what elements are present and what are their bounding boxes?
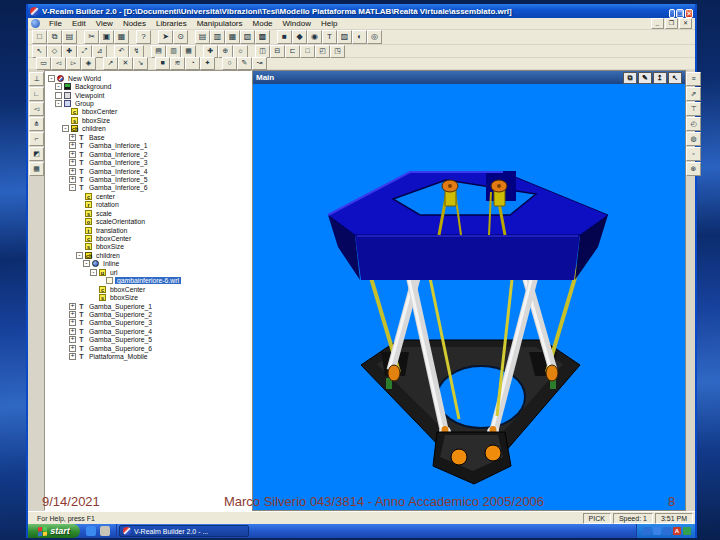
star-button[interactable]: ✦ bbox=[200, 57, 215, 70]
viewport-3d-canvas[interactable] bbox=[253, 84, 685, 510]
land-button[interactable]: ↘ bbox=[133, 57, 148, 70]
layout-quad-button[interactable]: ◰ bbox=[315, 45, 330, 58]
globe-button[interactable]: ⊕ bbox=[218, 45, 233, 58]
stop-button[interactable]: ✕ bbox=[118, 57, 133, 70]
shear-tool-button[interactable]: ⊿ bbox=[92, 45, 107, 58]
app-titlebar[interactable]: V-Realm Builder 2.0 - [D:\Documenti\Univ… bbox=[28, 4, 695, 18]
tree-expander[interactable]: + bbox=[69, 303, 76, 310]
layout-corner-button[interactable]: ◳ bbox=[330, 45, 345, 58]
tree-expander[interactable]: - bbox=[55, 83, 62, 90]
tree-expander[interactable]: - bbox=[48, 75, 55, 82]
viewport-tree-button[interactable]: ⧉ bbox=[623, 72, 637, 84]
tree-item-gamba-inferiore-1[interactable]: +TGamba_Inferiore_1 bbox=[45, 142, 251, 150]
mdi-minimize-button[interactable]: _ bbox=[651, 18, 664, 29]
view-fork-button[interactable]: ⋔ bbox=[29, 117, 44, 131]
tree-item-gamba-inferiore-4[interactable]: +TGamba_Inferiore_4 bbox=[45, 167, 251, 175]
shading-button[interactable]: ◐ bbox=[352, 30, 367, 44]
material-button[interactable]: ■ bbox=[277, 30, 292, 44]
view-iso-button[interactable]: ◩ bbox=[29, 147, 44, 161]
tree-item-background[interactable]: -Background bbox=[45, 82, 251, 90]
tray-icon-3[interactable] bbox=[663, 527, 671, 535]
maximize-button[interactable]: ❐ bbox=[676, 9, 684, 18]
tree-item-gamba-superiore-3[interactable]: +TGamba_Superiore_3 bbox=[45, 319, 251, 327]
cut-button[interactable]: ✂ bbox=[84, 30, 99, 44]
menu-view[interactable]: View bbox=[91, 18, 118, 30]
solid-button[interactable]: ■ bbox=[155, 57, 170, 70]
viewport-pan-button[interactable]: ↥ bbox=[653, 72, 667, 84]
paste-button[interactable]: ▦ bbox=[114, 30, 129, 44]
quicklaunch-desktop-icon[interactable] bbox=[100, 526, 110, 536]
open-button[interactable]: ⧉ bbox=[47, 30, 62, 44]
tree-expander[interactable]: + bbox=[69, 134, 76, 141]
tree-expander[interactable]: + bbox=[69, 345, 76, 352]
tree-item-scaleorientation[interactable]: oscaleOrientation bbox=[45, 217, 251, 225]
layout-split-button[interactable]: ◫ bbox=[255, 45, 270, 58]
mdi-close-button[interactable]: ✕ bbox=[679, 18, 692, 29]
tree-expander[interactable]: + bbox=[69, 151, 76, 158]
tree-item-rotation[interactable]: rrotation bbox=[45, 201, 251, 209]
tree-item-center[interactable]: ccenter bbox=[45, 192, 251, 200]
help-button[interactable]: ? bbox=[136, 30, 151, 44]
tree-item-bboxsize[interactable]: sbboxSize bbox=[45, 116, 251, 124]
tray-language-icon[interactable]: A bbox=[673, 527, 681, 535]
view-grid-small-button[interactable]: ▦ bbox=[29, 162, 44, 176]
texture-button[interactable]: ▨ bbox=[337, 30, 352, 44]
view-bottom-button[interactable]: ⊥ bbox=[29, 72, 44, 86]
rotate-tool-button[interactable]: ◇ bbox=[47, 45, 62, 58]
nav-reset-button[interactable]: ▫ bbox=[686, 147, 701, 161]
copy-button[interactable]: ▣ bbox=[99, 30, 114, 44]
tree-expander[interactable]: + bbox=[69, 142, 76, 149]
view-dense-button[interactable]: ▩ bbox=[255, 30, 270, 44]
tree-item-bboxcenter[interactable]: cbboxCenter bbox=[45, 234, 251, 242]
tree-item-gamba-inferiore-2[interactable]: +TGamba_Inferiore_2 bbox=[45, 150, 251, 158]
layout-hsplit-button[interactable]: ⊟ bbox=[270, 45, 285, 58]
menu-manipulators[interactable]: Manipulators bbox=[192, 18, 248, 30]
menu-help[interactable]: Help bbox=[316, 18, 342, 30]
menu-edit[interactable]: Edit bbox=[67, 18, 91, 30]
view-rows-button[interactable]: ▥ bbox=[210, 30, 225, 44]
tree-item-children[interactable]: -chchildren bbox=[45, 251, 251, 259]
tree-item-gamba-inferiore-6[interactable]: -TGamba_Inferiore_6 bbox=[45, 184, 251, 192]
menu-nodes[interactable]: Nodes bbox=[118, 18, 151, 30]
tree-item-bboxsize[interactable]: sbboxSize bbox=[45, 293, 251, 301]
new-button[interactable]: □ bbox=[32, 30, 47, 44]
tree-expander[interactable]: + bbox=[69, 328, 76, 335]
gem-button[interactable]: ◈ bbox=[81, 57, 96, 70]
tree-expander[interactable]: - bbox=[69, 184, 76, 191]
menu-file[interactable]: File bbox=[44, 18, 67, 30]
tree-item-gamba-superiore-5[interactable]: +TGamba_Superiore_5 bbox=[45, 336, 251, 344]
view-corner-button[interactable]: ∟ bbox=[29, 87, 44, 101]
tree-item-gamba-inferiore-5[interactable]: +TGamba_Inferiore_5 bbox=[45, 175, 251, 183]
tree-expander[interactable]: + bbox=[69, 176, 76, 183]
tree-item-bboxcenter[interactable]: cbboxCenter bbox=[45, 285, 251, 293]
pan-world-button[interactable]: ✚ bbox=[203, 45, 218, 58]
tree-expander[interactable]: + bbox=[69, 311, 76, 318]
pencil-button[interactable]: ✎ bbox=[237, 57, 252, 70]
layout-single-button[interactable]: □ bbox=[300, 45, 315, 58]
tree-item-scale[interactable]: sscale bbox=[45, 209, 251, 217]
sphere-button[interactable]: ◎ bbox=[367, 30, 382, 44]
camera-button[interactable]: ▭ bbox=[36, 57, 51, 70]
tree-item-gamba-superiore-6[interactable]: +TGamba_Superiore_6 bbox=[45, 344, 251, 352]
tree-item-new-world[interactable]: -New World bbox=[45, 74, 251, 82]
world-doc1-button[interactable]: ▤ bbox=[151, 45, 166, 58]
save-button[interactable]: ▤ bbox=[62, 30, 77, 44]
nav-list-button[interactable]: ≡ bbox=[686, 72, 701, 86]
tray-icon-2[interactable] bbox=[653, 527, 661, 535]
tree-expander[interactable]: - bbox=[83, 260, 90, 267]
nav-seek-button[interactable]: ⊛ bbox=[686, 162, 701, 176]
route-button[interactable]: ➤ bbox=[158, 30, 173, 44]
tree-item-piattaforma-mobile[interactable]: +TPiattaforma_Mobile bbox=[45, 352, 251, 360]
tree-item-bboxcenter[interactable]: cbboxCenter bbox=[45, 108, 251, 116]
clock-button[interactable]: ◔ bbox=[185, 57, 200, 70]
tree-expander[interactable]: + bbox=[69, 168, 76, 175]
tree-expander[interactable]: + bbox=[69, 336, 76, 343]
quicklaunch-browser-icon[interactable] bbox=[86, 526, 96, 536]
scene-tree[interactable]: -New World-BackgroundViewpoint-Groupcbbo… bbox=[44, 70, 252, 511]
tray-icon-5[interactable] bbox=[683, 527, 691, 535]
nav-fly-button[interactable]: ⇗ bbox=[686, 87, 701, 101]
zoom-button[interactable]: ⊙ bbox=[173, 30, 188, 44]
tree-expander[interactable]: - bbox=[90, 269, 97, 276]
tray-icon-1[interactable] bbox=[643, 527, 651, 535]
tree-item-inline[interactable]: -Inline bbox=[45, 260, 251, 268]
